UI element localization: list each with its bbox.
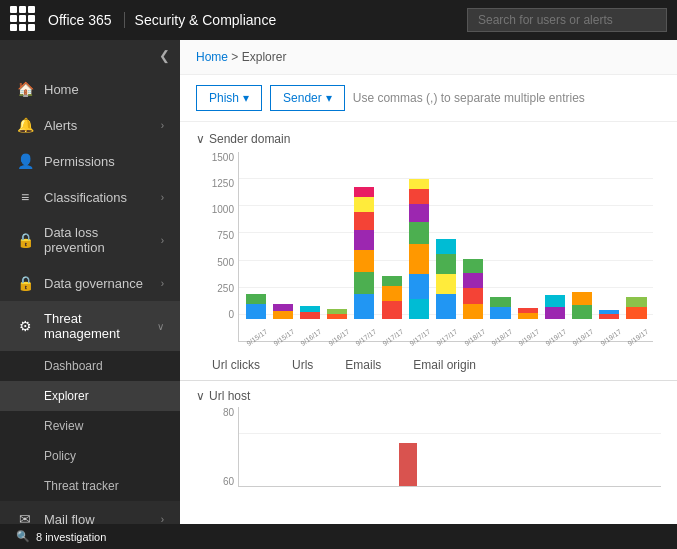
- bar-group: [569, 292, 594, 319]
- chart1-chevron-icon: ∨: [196, 132, 205, 146]
- sidebar-item-policy[interactable]: Policy: [0, 441, 180, 471]
- sidebar-item-permissions[interactable]: 👤 Permissions: [0, 143, 180, 179]
- bar-group: [243, 294, 268, 319]
- tab-emails[interactable]: Emails: [329, 352, 397, 380]
- breadcrumb-current: Explorer: [242, 50, 287, 64]
- x-label: 9/17/17 12:00 PM: [381, 327, 406, 347]
- sidebar-item-review[interactable]: Review: [0, 411, 180, 441]
- tab-urls[interactable]: Urls: [276, 352, 329, 380]
- sidebar-item-governance[interactable]: 🔒 Data governance ›: [0, 265, 180, 301]
- bar-group: [597, 310, 622, 319]
- sidebar-item-alerts[interactable]: 🔔 Alerts ›: [0, 107, 180, 143]
- chart-tabs: Url clicks Urls Emails Email origin: [180, 352, 677, 381]
- sidebar-collapse-btn[interactable]: ❮: [0, 40, 180, 71]
- chevron-icon: ›: [161, 192, 164, 203]
- tab-urlclicks[interactable]: Url clicks: [196, 352, 276, 380]
- sidebar-item-classifications[interactable]: ≡ Classifications ›: [0, 179, 180, 215]
- chart1-area: 9/15/17 12:00 AM 9/15/17 12:00 PM 9/16/1…: [238, 152, 653, 342]
- sidebar-item-explorer[interactable]: Explorer: [0, 381, 180, 411]
- y-label-0: 0: [196, 309, 234, 320]
- chart2-area: [238, 407, 661, 487]
- x-label: 9/18/17 12:00 AM: [463, 327, 488, 347]
- x-label: 9/17/17 12:00 AM: [408, 327, 433, 347]
- sidebar-item-dlp[interactable]: 🔒 Data loss prevention ›: [0, 215, 180, 265]
- phish-button[interactable]: Phish ▾: [196, 85, 262, 111]
- sidebar-item-mailflow[interactable]: ✉ Mail flow ›: [0, 501, 180, 524]
- dlp-icon: 🔒: [16, 232, 34, 248]
- sidebar-item-dashboard[interactable]: Dashboard: [0, 351, 180, 381]
- sidebar: ❮ 🏠 Home 🔔 Alerts › 👤 Permissions ≡ Clas…: [0, 40, 180, 524]
- y-axis: 1500 1250 1000 750 500 250 0: [196, 152, 234, 320]
- sender-label: Sender: [283, 91, 322, 105]
- sender-button[interactable]: Sender ▾: [270, 85, 345, 111]
- sidebar-item-label: Classifications: [44, 190, 151, 205]
- y-label-1250: 1250: [196, 178, 234, 189]
- x-label: 9/15/17 12:00 AM: [245, 327, 270, 347]
- bar-group: [461, 259, 486, 319]
- bar-group: [488, 297, 513, 319]
- waffle-menu[interactable]: [10, 6, 38, 34]
- x-label: 9/19/17 12:00 AM: [517, 327, 542, 347]
- search-input[interactable]: [467, 8, 667, 32]
- bar-group: [379, 276, 404, 319]
- bar-group: [270, 304, 295, 319]
- bar-group: [515, 308, 540, 319]
- mailflow-icon: ✉: [16, 511, 34, 524]
- x-label: 9/18/17 12:00 PM: [490, 327, 515, 347]
- threat-submenu: Dashboard Explorer Review Policy Threat …: [0, 351, 180, 501]
- chevron-icon: ›: [161, 120, 164, 131]
- sidebar-item-home[interactable]: 🏠 Home: [0, 71, 180, 107]
- breadcrumb: Home > Explorer: [180, 40, 677, 75]
- sidebar-item-label: Data loss prevention: [44, 225, 151, 255]
- app-title: Security & Compliance: [135, 12, 277, 28]
- sidebar-item-threat[interactable]: ⚙ Threat management ∨: [0, 301, 180, 351]
- bar-group: [352, 187, 377, 319]
- investigation-icon: 🔍: [16, 530, 30, 543]
- sidebar-item-label: Threat management: [44, 311, 147, 341]
- app-name: Office 365: [48, 12, 125, 28]
- x-label: 9/19/17 12:00 PM: [545, 327, 570, 347]
- y-label-80: 80: [196, 407, 234, 418]
- classifications-icon: ≡: [16, 189, 34, 205]
- breadcrumb-separator: >: [231, 50, 238, 64]
- bar-group: [406, 179, 431, 319]
- chart1-title-text: Sender domain: [209, 132, 290, 146]
- permissions-icon: 👤: [16, 153, 34, 169]
- topbar: Office 365 Security & Compliance: [0, 0, 677, 40]
- phish-label: Phish: [209, 91, 239, 105]
- x-label: 9/16/17 12:00 AM: [300, 327, 325, 347]
- sidebar-item-label: Data governance: [44, 276, 151, 291]
- governance-icon: 🔒: [16, 275, 34, 291]
- sidebar-item-tracker[interactable]: Threat tracker: [0, 471, 180, 501]
- x-label: 9/17/17 12:00 AM: [354, 327, 379, 347]
- y-label-500: 500: [196, 257, 234, 268]
- x-label: 9/16/17 12:00 PM: [327, 327, 352, 347]
- bar-group: [542, 295, 567, 319]
- chevron-down-icon: ∨: [157, 321, 164, 332]
- chevron-icon: ›: [161, 514, 164, 525]
- y-label-60: 60: [196, 476, 234, 487]
- sidebar-item-label: Alerts: [44, 118, 151, 133]
- chart2-title: ∨ Url host: [196, 389, 661, 403]
- y-label-1000: 1000: [196, 204, 234, 215]
- home-icon: 🏠: [16, 81, 34, 97]
- chart2-wrapper: 80 60: [238, 407, 661, 487]
- status-bar: 🔍 8 investigation: [0, 524, 677, 549]
- sidebar-item-label: Permissions: [44, 154, 164, 169]
- url-host-bar: [399, 443, 417, 486]
- y-label-1500: 1500: [196, 152, 234, 163]
- bar-group: [624, 297, 649, 319]
- chart2-chevron-icon: ∨: [196, 389, 205, 403]
- x-label: 9/19/17 12:00 PM: [599, 327, 624, 347]
- url-host-section: ∨ Url host 80 60: [180, 381, 677, 495]
- sender-chevron-icon: ▾: [326, 91, 332, 105]
- bars-container: [243, 152, 649, 319]
- breadcrumb-home[interactable]: Home: [196, 50, 228, 64]
- tab-emailorigin[interactable]: Email origin: [397, 352, 492, 380]
- y-label-750: 750: [196, 230, 234, 241]
- threat-icon: ⚙: [16, 318, 34, 334]
- main-content: Home > Explorer Phish ▾ Sender ▾ Use com…: [180, 40, 677, 524]
- y-axis-2: 80 60: [196, 407, 234, 487]
- x-label: 9/19/17 12:00 PM: [626, 327, 651, 347]
- bar-group: [325, 309, 350, 319]
